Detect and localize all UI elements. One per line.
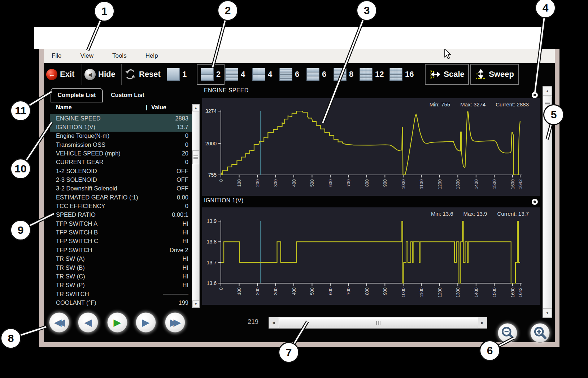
- table-row[interactable]: TCC EFFICIENCY 0: [50, 202, 192, 210]
- frame-number: 219: [248, 318, 258, 326]
- callout-5: 5: [543, 104, 564, 125]
- timeline-scrollbar[interactable]: ◀ ▶: [269, 317, 487, 329]
- svg-text:13.8: 13.8: [207, 239, 217, 245]
- grid-layout-button-6x1[interactable]: 6: [279, 64, 299, 85]
- timeline-scrollbar-thumb[interactable]: [279, 318, 479, 328]
- engine-speed-chart-plot[interactable]: 3274200075501002003004005006007008009001…: [202, 98, 540, 196]
- parameter-name: TFP SWITCH C: [50, 238, 183, 245]
- menu-item-view[interactable]: View: [80, 52, 93, 60]
- table-scrollbar-thumb[interactable]: [192, 150, 199, 164]
- chart-options-dot-icon[interactable]: [532, 92, 538, 98]
- exit-label: Exit: [60, 70, 74, 79]
- title-bar: [34, 27, 541, 49]
- parameter-name: 1-2 SOLENOID: [50, 168, 177, 175]
- timeline-scroll-left-button[interactable]: ◀: [269, 317, 278, 328]
- chart-options-dot-icon[interactable]: [532, 199, 538, 205]
- chart-scrollbar-down-button[interactable]: ▼: [543, 308, 552, 318]
- table-row[interactable]: SPEED RATIO 0.00:1: [50, 211, 192, 219]
- grid-layout-button-4x2[interactable]: 8: [334, 64, 353, 85]
- table-row[interactable]: IGNITION 1(V) 13.7: [50, 123, 192, 131]
- ignition-chart-panel[interactable]: Min: 13.6 Max: 13.9 Current: 13.7 13.913…: [202, 207, 540, 305]
- zoom-out-icon: [499, 325, 516, 341]
- parameter-value: 20: [182, 150, 192, 157]
- grid-layout-button-4x1[interactable]: 4: [225, 64, 245, 85]
- ignition-chart-plot[interactable]: 13.913.813.713.6010020030040050060070080…: [202, 207, 540, 305]
- parameter-name: SPEED RATIO: [50, 211, 172, 218]
- callout-4: 4: [535, 0, 556, 18]
- grid-layout-button-4x4[interactable]: 16: [389, 64, 414, 85]
- table-row[interactable]: TFP SWITCH Drive 2: [50, 246, 192, 254]
- max-stat: Max: 3274: [460, 101, 485, 107]
- engine-speed-chart-panel[interactable]: Min: 755 Max: 3274 Current: 2883 3274200…: [202, 98, 540, 196]
- grid-layout-button-1x1[interactable]: 1: [167, 64, 187, 85]
- table-row[interactable]: TR SW (P) HI: [50, 281, 192, 290]
- table-row[interactable]: VEHICLE SPEED (mph) 20: [50, 149, 192, 158]
- sweep-icon: [475, 69, 486, 79]
- grid-layout-icon: [279, 68, 292, 81]
- table-row[interactable]: ESTIMATED GEAR RATIO (:1) 0.00: [50, 193, 192, 202]
- table-row[interactable]: Engine Torque(N-m) 0: [50, 132, 192, 140]
- down-arrow-icon: ▼: [546, 311, 549, 315]
- table-row[interactable]: TR SW (C) HI: [50, 272, 192, 281]
- scale-button[interactable]: Scale: [425, 64, 469, 85]
- reset-button[interactable]: Reset: [124, 64, 161, 85]
- grid-layout-button-3x2[interactable]: 6: [306, 64, 326, 85]
- table-row[interactable]: TFP SWITCH C HI: [50, 237, 192, 246]
- grid-layout-button-2x2[interactable]: 4: [252, 64, 272, 85]
- tab-custom-list[interactable]: Custom List: [107, 88, 148, 102]
- fast-forward-button[interactable]: ▶▶: [165, 312, 185, 333]
- zoom-out-button[interactable]: [498, 323, 517, 343]
- sweep-button[interactable]: Sweep: [470, 64, 519, 85]
- table-row[interactable]: TR SW (A) HI: [50, 255, 192, 263]
- table-scrollbar-down-button[interactable]: ▼: [192, 300, 199, 308]
- table-row[interactable]: CURRENT GEAR 0: [50, 158, 192, 167]
- ignition-chart-title: IGNITION 1(V): [204, 197, 244, 204]
- table-scrollbar-up-button[interactable]: ▲: [192, 104, 199, 111]
- table-row[interactable]: TR SWITCH ──────: [50, 290, 192, 298]
- ignition-chart-stats: Min: 13.6 Max: 13.9 Current: 13.7: [431, 211, 529, 217]
- table-row[interactable]: TR SW (B) HI: [50, 263, 192, 272]
- zoom-in-button[interactable]: [530, 323, 550, 343]
- parameter-value: 199: [178, 299, 192, 306]
- table-row[interactable]: 3-2 Downshift Solenoid OFF: [50, 184, 192, 193]
- hide-button[interactable]: ◀ Hide: [84, 64, 116, 85]
- menu-item-file[interactable]: File: [52, 52, 61, 60]
- parameter-value: HI: [183, 282, 192, 289]
- svg-text:1642: 1642: [518, 179, 523, 189]
- table-row[interactable]: ENGINE SPEED 2883: [50, 114, 192, 123]
- grid-layout-icon: [201, 68, 214, 81]
- grid-layout-label: 8: [349, 70, 353, 79]
- table-row[interactable]: 1-2 SOLENOID OFF: [50, 167, 192, 175]
- table-row[interactable]: 2-3 SOLENOID OFF: [50, 175, 192, 184]
- grid-layout-button-2x1[interactable]: 2: [197, 64, 225, 85]
- play-button[interactable]: ▶: [107, 312, 127, 333]
- engine-speed-chart-stats: Min: 755 Max: 3274 Current: 2883: [430, 101, 529, 107]
- svg-text:300: 300: [273, 179, 278, 187]
- menu-item-help[interactable]: Help: [145, 52, 158, 60]
- step-back-button[interactable]: ◀: [78, 312, 98, 333]
- timeline-scroll-right-button[interactable]: ▶: [478, 317, 487, 328]
- chart-scrollbar-up-button[interactable]: ▲: [543, 86, 552, 96]
- grid-layout-icon: [167, 68, 180, 81]
- parameter-value: 2883: [175, 115, 192, 122]
- step-forward-button[interactable]: ▶: [136, 312, 156, 333]
- grid-layout-button-4x3[interactable]: 12: [360, 64, 384, 85]
- parameter-value: 13.7: [177, 124, 192, 131]
- sweep-label: Sweep: [489, 70, 514, 79]
- tab-complete-list[interactable]: Complete List: [51, 88, 103, 102]
- grid-layout-label: 4: [241, 70, 245, 79]
- table-row[interactable]: COOLANT (°F) 199: [50, 298, 192, 307]
- menu-item-tools[interactable]: Tools: [112, 52, 127, 60]
- svg-text:1200: 1200: [437, 179, 443, 189]
- parameter-name: TFP SWITCH: [50, 247, 170, 254]
- table-scrollbar[interactable]: ▲ ▼: [192, 104, 200, 308]
- parameter-value: HI: [183, 255, 192, 262]
- exit-button[interactable]: ← Exit: [46, 64, 74, 85]
- table-row[interactable]: TFP SWITCH A HI: [50, 219, 192, 228]
- table-row[interactable]: Transmission OSS 0: [50, 140, 192, 149]
- column-header-name: Name: [56, 104, 72, 111]
- grid-layout-icon: [225, 68, 238, 81]
- table-row[interactable]: TFP SWITCH B HI: [50, 228, 192, 237]
- grid-layout-icon: [252, 68, 265, 81]
- rewind-button[interactable]: ◀◀: [49, 312, 69, 333]
